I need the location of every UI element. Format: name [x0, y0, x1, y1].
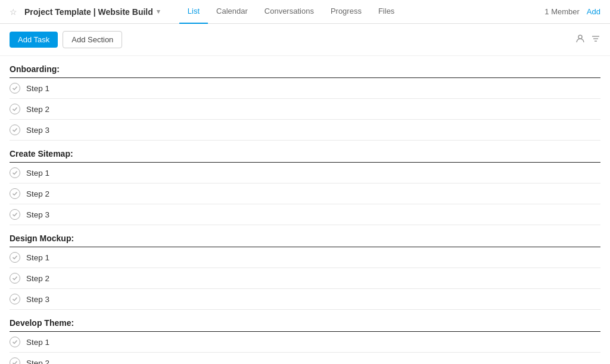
tab-list[interactable]: List — [179, 0, 208, 24]
task-checkbox[interactable] — [10, 104, 20, 114]
section-header: Develop Theme: — [10, 310, 600, 332]
add-button[interactable]: Add — [587, 7, 600, 16]
nav-tabs: ListCalendarConversationsProgressFiles — [179, 0, 538, 24]
task-name: Step 3 — [26, 295, 49, 304]
star-icon[interactable]: ☆ — [10, 7, 17, 17]
tab-files[interactable]: Files — [370, 0, 403, 24]
task-checkbox[interactable] — [10, 83, 20, 94]
task-name: Step 1 — [26, 253, 49, 262]
task-name: Step 2 — [26, 105, 49, 114]
task-item: Step 3 — [10, 204, 600, 225]
tab-calendar[interactable]: Calendar — [208, 0, 256, 24]
toolbar: Add Task Add Section — [0, 24, 610, 56]
header-right: 1 Member Add — [544, 7, 600, 16]
task-checkbox[interactable] — [10, 252, 20, 263]
task-name: Step 3 — [26, 126, 49, 135]
section-header: Create Sitemap: — [10, 141, 600, 163]
task-checkbox[interactable] — [10, 188, 20, 199]
toolbar-right — [575, 34, 600, 46]
member-count: 1 Member — [544, 7, 580, 16]
task-checkbox[interactable] — [10, 167, 20, 178]
task-name: Step 1 — [26, 84, 49, 93]
task-item: Step 1 — [10, 163, 600, 183]
chevron-down-icon: ▾ — [157, 8, 160, 15]
task-item: Step 2 — [10, 183, 600, 204]
task-name: Step 1 — [26, 338, 49, 347]
task-name: Step 2 — [26, 189, 49, 198]
project-title: Project Template | Website Build ▾ — [24, 7, 160, 17]
section-header: Onboarding: — [10, 56, 600, 78]
task-checkbox[interactable] — [10, 294, 20, 304]
person-icon[interactable] — [575, 34, 585, 46]
add-task-button[interactable]: Add Task — [10, 32, 58, 48]
app-header: ☆ Project Template | Website Build ▾ Lis… — [0, 0, 610, 24]
task-item: Step 2 — [10, 353, 600, 364]
task-name: Step 2 — [26, 274, 49, 283]
task-name: Step 2 — [26, 359, 49, 365]
project-title-text: Project Template | Website Build — [24, 7, 153, 17]
task-checkbox[interactable] — [10, 357, 20, 364]
task-name: Step 1 — [26, 169, 49, 178]
add-section-button[interactable]: Add Section — [63, 31, 122, 48]
task-checkbox[interactable] — [10, 273, 20, 284]
task-checkbox[interactable] — [10, 337, 20, 347]
task-item: Step 3 — [10, 289, 600, 310]
tab-progress[interactable]: Progress — [322, 0, 370, 24]
task-item: Step 2 — [10, 99, 600, 120]
task-item: Step 1 — [10, 332, 600, 353]
task-checkbox[interactable] — [10, 209, 20, 220]
task-name: Step 3 — [26, 210, 49, 219]
task-list: Onboarding:Step 1Step 2Step 3Create Site… — [0, 56, 610, 364]
app-container: ☆ Project Template | Website Build ▾ Lis… — [0, 0, 610, 364]
task-item: Step 3 — [10, 120, 600, 141]
section-header: Design Mockup: — [10, 225, 600, 247]
toolbar-left: Add Task Add Section — [10, 31, 122, 48]
filter-icon[interactable] — [591, 34, 600, 46]
tab-conversations[interactable]: Conversations — [256, 0, 322, 24]
task-checkbox[interactable] — [10, 125, 20, 135]
main-content: Add Task Add Section Onboarding: — [0, 24, 610, 364]
task-item: Step 1 — [10, 247, 600, 268]
task-item: Step 1 — [10, 78, 600, 99]
task-item: Step 2 — [10, 268, 600, 289]
svg-point-0 — [578, 35, 582, 39]
